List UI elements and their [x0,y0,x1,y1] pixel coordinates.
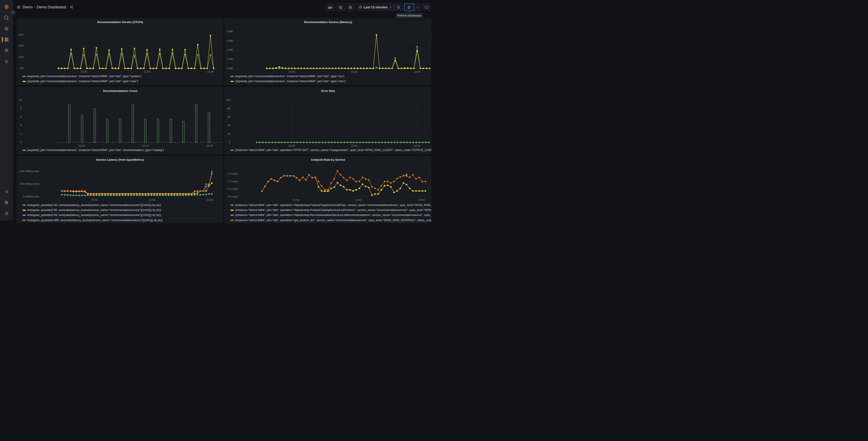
svg-text:{instance="otelcol:9464", job=: {instance="otelcol:9464", job="otel", op… [235,213,432,217]
svg-text:{exported_job="recommendations: {exported_job="recommendationservice", i… [235,80,346,83]
svg-text:2 MB: 2 MB [227,58,233,60]
svg-text:8: 8 [20,107,22,110]
svg-text:0.1 req/s: 0.1 req/s [228,187,238,190]
svg-text:{exported_job="recommendations: {exported_job="recommendationservice", i… [27,148,164,152]
svg-text:20: 20 [227,132,230,135]
svg-text:22:00: 22:00 [206,199,213,201]
svg-text:0: 0 [229,141,230,144]
svg-text:0.3 req/s: 0.3 req/s [228,172,238,175]
svg-text:{instance="otelcol:9464", job=: {instance="otelcol:9464", job="otel", op… [235,148,432,152]
svg-text:100: 100 [226,98,230,101]
svg-text:6: 6 [20,115,22,118]
svg-text:80: 80 [227,107,230,110]
svg-text:22:00: 22:00 [414,144,421,147]
svg-text:22:00: 22:00 [206,144,213,147]
svg-text:21:50: 21:50 [78,144,85,147]
svg-text:6 MB: 6 MB [227,39,233,42]
svg-text:{instance="otelcol:9464", job=: {instance="otelcol:9464", job="otel", op… [235,208,432,212]
svg-text:0 MB: 0 MB [227,67,233,69]
svg-text:histogram_quantile(0.50, sum(r: histogram_quantile(0.50, sum(rate(latenc… [27,203,161,206]
svg-text:{exported_job="recommendations: {exported_job="recommendationservice", i… [235,75,344,78]
svg-text:{instance="otelcol:9464", job=: {instance="otelcol:9464", job="otel", op… [235,203,432,206]
svg-text:4 MB: 4 MB [227,49,233,51]
svg-text:22:00: 22:00 [207,70,214,73]
svg-text:21:50: 21:50 [288,144,295,147]
svg-text:8 MB: 8 MB [227,30,233,33]
svg-text:?: ? [6,212,7,215]
svg-text:10%: 10% [19,56,24,58]
svg-text:40: 40 [227,124,230,126]
svg-text:0.0 req/s: 0.0 req/s [228,195,238,198]
svg-text:4: 4 [20,124,22,126]
svg-text:2: 2 [20,132,22,135]
svg-text:Recommendation Service (Memory: Recommendation Service (Memory) [304,20,352,24]
svg-text:0 milliseconds: 0 milliseconds [23,195,39,198]
svg-text:22:00: 22:00 [418,199,425,201]
svg-text:histogram_quantile(0.95, sum(r: histogram_quantile(0.95, sum(rate(latenc… [27,208,161,212]
svg-text:21:55: 21:55 [144,70,151,73]
svg-text:21:55: 21:55 [355,199,362,201]
svg-text:400 milliseconds: 400 milliseconds [20,170,39,173]
svg-text:30%: 30% [19,33,24,36]
svg-text:{exported_job="recommendations: {exported_job="recommendationservice", i… [27,80,138,83]
svg-text:60: 60 [227,115,230,118]
svg-text:21:50: 21:50 [81,70,87,73]
svg-text:Service Latency (from SpanMetr: Service Latency (from SpanMetrics) [96,158,144,161]
svg-text:21:55: 21:55 [149,199,155,201]
svg-text:21:55: 21:55 [351,70,358,73]
svg-text:22:00: 22:00 [414,70,421,73]
svg-text:histogram_quantile(0.99, sum(r: histogram_quantile(0.99, sum(rate(latenc… [27,213,161,217]
svg-text:0%: 0% [20,67,24,69]
svg-text:21:50: 21:50 [91,199,98,201]
svg-text:{instance="otelcol:9464", job=: {instance="otelcol:9464", job="otel", op… [235,218,432,220]
svg-text:histogram_quantile(0.999, sum(: histogram_quantile(0.999, sum(rate(laten… [27,218,163,220]
svg-text:21:55: 21:55 [351,144,358,147]
svg-text:200 milliseconds: 200 milliseconds [20,182,39,185]
svg-text:21:55: 21:55 [142,144,149,147]
svg-text:21:50: 21:50 [288,70,295,73]
svg-text:21:50: 21:50 [292,199,299,201]
svg-text:Recommendations Count: Recommendations Count [103,89,137,92]
svg-text:10: 10 [19,98,22,101]
svg-text:Endpoint Rate by Service: Endpoint Rate by Service [311,158,345,161]
svg-text:Error Rate: Error Rate [321,89,335,92]
svg-text:Recommendation Service (CPU%): Recommendation Service (CPU%) [97,20,143,24]
svg-text:{exported_job="recommendations: {exported_job="recommendationservice", i… [27,75,142,78]
svg-text:20%: 20% [19,45,24,47]
svg-text:0: 0 [20,141,22,144]
svg-text:0.2 req/s: 0.2 req/s [228,180,238,182]
